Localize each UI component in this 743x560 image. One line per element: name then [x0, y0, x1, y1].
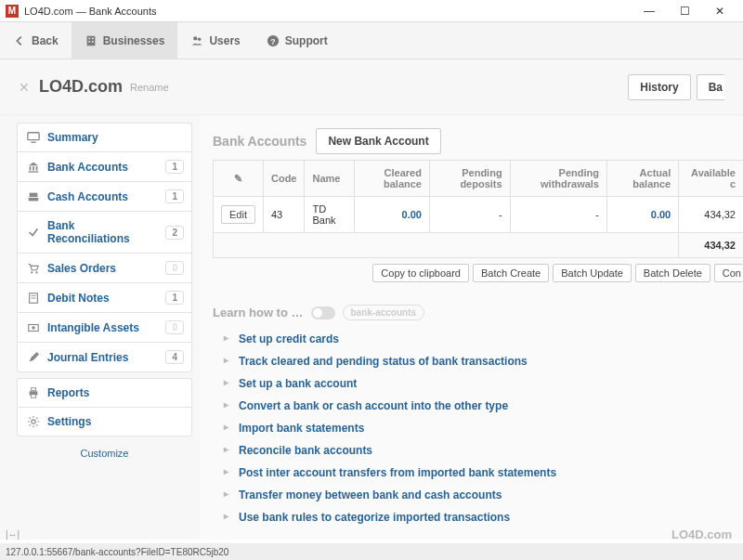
- section-title: Bank Accounts: [213, 134, 306, 149]
- learn-link[interactable]: Track cleared and pending status of bank…: [239, 350, 743, 372]
- learn-link[interactable]: Set up a bank account: [239, 372, 743, 395]
- cart-icon: [27, 262, 40, 275]
- sidebar-item-journal-entries[interactable]: Journal Entries 4: [17, 342, 192, 372]
- cell-actual[interactable]: 0.00: [606, 197, 678, 233]
- nav-businesses[interactable]: Businesses: [72, 22, 178, 59]
- svg-point-18: [35, 271, 37, 273]
- sidebar-item-summary[interactable]: Summary: [17, 123, 192, 151]
- building-icon: [85, 34, 98, 47]
- history-button[interactable]: History: [628, 74, 690, 100]
- cell-cleared[interactable]: 0.00: [355, 197, 430, 233]
- count-badge: 1: [165, 189, 184, 203]
- back-button-partial[interactable]: Ba: [697, 74, 724, 100]
- svg-point-17: [31, 271, 33, 273]
- svg-point-5: [194, 36, 198, 40]
- svg-rect-0: [86, 35, 95, 46]
- app-icon: M: [6, 5, 19, 18]
- sidebar-label: Summary: [47, 131, 184, 144]
- business-header: ✕ LO4D.com Rename History Ba: [0, 59, 743, 115]
- count-badge: 2: [165, 226, 184, 240]
- learn-heading: Learn how to …: [213, 306, 304, 319]
- col-code: Code: [263, 161, 305, 197]
- sidebar-item-cash-accounts[interactable]: Cash Accounts 1: [17, 181, 192, 211]
- bank-accounts-table: ✎ Code Name Cleared balance Pending depo…: [213, 160, 743, 258]
- sidebar-label: Intangible Assets: [47, 321, 158, 334]
- window-title: LO4D.com — Bank Accounts: [24, 6, 156, 17]
- svg-rect-15: [30, 192, 38, 196]
- col-edit: ✎: [214, 161, 264, 197]
- chevron-left-icon: [13, 34, 26, 47]
- sidebar-label: Settings: [47, 415, 184, 428]
- svg-rect-1: [88, 37, 90, 39]
- footer-available: 434,32: [679, 233, 743, 258]
- learn-link[interactable]: Convert a bank or cash account into the …: [239, 395, 743, 417]
- svg-point-6: [198, 37, 202, 41]
- svg-rect-11: [30, 166, 32, 170]
- learn-tag: bank-accounts: [343, 305, 425, 320]
- edit-row-button[interactable]: Edit: [221, 205, 255, 224]
- learn-link[interactable]: Transfer money between bank and cash acc…: [239, 484, 743, 506]
- question-icon: ?: [267, 34, 280, 47]
- customize-link[interactable]: Customize: [17, 436, 192, 470]
- batch-update-button[interactable]: Batch Update: [553, 264, 632, 282]
- learn-link[interactable]: Reconcile bank accounts: [239, 439, 743, 462]
- status-bar: 127.0.0.1:55667/bank-accounts?FileID=TE8…: [0, 543, 743, 560]
- sidebar-label: Bank Accounts: [47, 161, 158, 174]
- sidebar-item-reports[interactable]: Reports: [17, 378, 192, 407]
- sidebar-label: Journal Entries: [47, 351, 158, 364]
- svg-rect-14: [29, 171, 39, 172]
- window-titlebar: M LO4D.com — Bank Accounts — ☐ ✕: [0, 0, 743, 22]
- close-business-icon[interactable]: ✕: [19, 80, 30, 95]
- nav-support[interactable]: ? Support: [254, 22, 341, 59]
- rename-link[interactable]: Rename: [130, 82, 169, 93]
- col-actual: Actual balance: [606, 161, 678, 197]
- new-bank-account-button[interactable]: New Bank Account: [316, 128, 440, 154]
- sidebar: Summary Bank Accounts 1 Cash Accounts 1 …: [0, 115, 200, 540]
- expand-icon[interactable]: |↔|: [6, 529, 20, 540]
- learn-link[interactable]: Import bank statements: [239, 417, 743, 439]
- con-button-partial[interactable]: Con: [714, 264, 743, 282]
- learn-toggle[interactable]: [311, 306, 335, 319]
- learn-links-list: Set up credit cards Track cleared and pe…: [213, 328, 743, 528]
- svg-text:?: ?: [270, 36, 275, 46]
- minimize-button[interactable]: —: [632, 1, 667, 21]
- learn-link[interactable]: Use bank rules to categorize imported tr…: [239, 506, 743, 528]
- col-available: Available c: [679, 161, 743, 197]
- printer-icon: [27, 386, 40, 399]
- sidebar-item-settings[interactable]: Settings: [17, 407, 192, 436]
- batch-delete-button[interactable]: Batch Delete: [635, 264, 710, 282]
- asset-icon: [27, 321, 40, 334]
- business-name: LO4D.com: [39, 77, 123, 97]
- sidebar-item-debit-notes[interactable]: Debit Notes 1: [17, 282, 192, 312]
- col-pending-withdrawals: Pending withdrawals: [510, 161, 606, 197]
- nav-support-label: Support: [285, 34, 328, 47]
- learn-link[interactable]: Set up credit cards: [239, 328, 743, 350]
- pen-icon: [27, 351, 40, 364]
- maximize-button[interactable]: ☐: [667, 1, 702, 21]
- copy-clipboard-button[interactable]: Copy to clipboard: [372, 264, 469, 282]
- count-badge: 4: [165, 350, 184, 364]
- svg-rect-2: [92, 37, 94, 39]
- sidebar-item-bank-reconciliations[interactable]: Bank Reconciliations 2: [17, 211, 192, 253]
- nav-back[interactable]: Back: [0, 22, 72, 59]
- learn-link[interactable]: Post inter account transfers from import…: [239, 462, 743, 484]
- batch-create-button[interactable]: Batch Create: [473, 264, 549, 282]
- svg-rect-4: [92, 41, 94, 43]
- svg-rect-26: [31, 395, 35, 398]
- sidebar-item-intangible-assets[interactable]: Intangible Assets 0: [17, 312, 192, 342]
- close-window-button[interactable]: ✕: [702, 1, 737, 21]
- count-badge: 0: [165, 320, 184, 334]
- gear-icon: [27, 415, 40, 428]
- sidebar-item-bank-accounts[interactable]: Bank Accounts 1: [17, 151, 192, 181]
- check-icon: [27, 226, 40, 239]
- sidebar-item-sales-orders[interactable]: Sales Orders 0: [17, 253, 192, 282]
- svg-point-27: [32, 420, 35, 423]
- sidebar-label: Sales Orders: [47, 262, 158, 275]
- sidebar-label: Debit Notes: [47, 292, 158, 305]
- nav-users[interactable]: Users: [177, 22, 253, 59]
- table-row: Edit 43 TD Bank 0.00 - - 0.00 434,32: [214, 197, 744, 233]
- cell-name: TD Bank: [305, 197, 355, 233]
- top-nav: Back Businesses Users ? Support: [0, 22, 743, 59]
- cell-code: 43: [263, 197, 305, 233]
- note-icon: [27, 292, 40, 305]
